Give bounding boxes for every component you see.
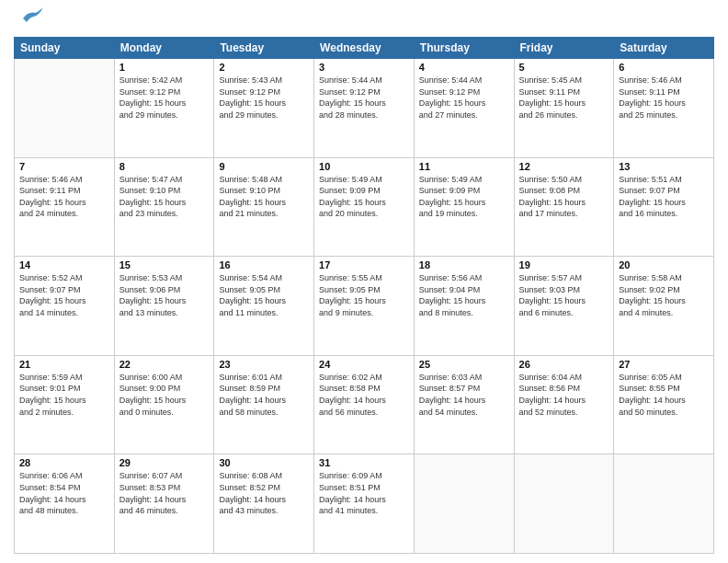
day-number: 17 [319,259,409,270]
header [14,9,714,31]
table-row: 21Sunrise: 5:59 AM Sunset: 9:01 PM Dayli… [15,355,115,454]
day-number: 16 [219,259,309,270]
day-info: Sunrise: 5:42 AM Sunset: 9:12 PM Dayligh… [119,75,210,121]
day-number: 12 [519,161,609,172]
day-number: 5 [519,62,609,73]
day-info: Sunrise: 5:44 AM Sunset: 9:12 PM Dayligh… [319,75,409,121]
day-info: Sunrise: 6:04 AM Sunset: 8:56 PM Dayligh… [519,372,609,418]
col-tuesday: Tuesday [214,38,314,59]
day-number: 23 [219,359,309,370]
day-number: 30 [219,457,309,468]
day-info: Sunrise: 5:45 AM Sunset: 9:11 PM Dayligh… [519,75,609,121]
day-info: Sunrise: 5:49 AM Sunset: 9:09 PM Dayligh… [419,174,509,220]
table-row: 10Sunrise: 5:49 AM Sunset: 9:09 PM Dayli… [314,157,415,257]
day-info: Sunrise: 5:56 AM Sunset: 9:04 PM Dayligh… [419,272,509,318]
table-row: 4Sunrise: 5:44 AM Sunset: 9:12 PM Daylig… [414,59,514,158]
table-row: 14Sunrise: 5:52 AM Sunset: 9:07 PM Dayli… [15,257,115,356]
day-number: 2 [219,62,309,73]
table-row: 3Sunrise: 5:44 AM Sunset: 9:12 PM Daylig… [314,59,415,158]
table-row: 17Sunrise: 5:55 AM Sunset: 9:05 PM Dayli… [314,257,415,356]
day-number: 24 [319,359,409,370]
table-row: 24Sunrise: 6:02 AM Sunset: 8:58 PM Dayli… [314,355,415,454]
day-info: Sunrise: 6:09 AM Sunset: 8:51 PM Dayligh… [319,470,409,516]
table-row: 29Sunrise: 6:07 AM Sunset: 8:53 PM Dayli… [114,454,214,554]
calendar-week-row: 14Sunrise: 5:52 AM Sunset: 9:07 PM Dayli… [15,257,714,356]
table-row: 25Sunrise: 6:03 AM Sunset: 8:57 PM Dayli… [414,355,514,454]
table-row [514,454,614,554]
day-info: Sunrise: 6:03 AM Sunset: 8:57 PM Dayligh… [419,372,509,418]
day-info: Sunrise: 6:08 AM Sunset: 8:52 PM Dayligh… [219,470,309,516]
day-info: Sunrise: 5:54 AM Sunset: 9:05 PM Dayligh… [219,272,309,318]
day-info: Sunrise: 6:07 AM Sunset: 8:53 PM Dayligh… [119,470,210,516]
table-row [414,454,514,554]
day-info: Sunrise: 5:48 AM Sunset: 9:10 PM Dayligh… [219,174,309,220]
col-monday: Monday [114,38,214,59]
table-row: 19Sunrise: 5:57 AM Sunset: 9:03 PM Dayli… [514,257,614,356]
table-row [15,59,115,158]
calendar-week-row: 1Sunrise: 5:42 AM Sunset: 9:12 PM Daylig… [15,59,714,158]
day-number: 15 [119,259,210,270]
table-row: 1Sunrise: 5:42 AM Sunset: 9:12 PM Daylig… [114,59,214,158]
day-info: Sunrise: 5:47 AM Sunset: 9:10 PM Dayligh… [119,174,210,220]
day-info: Sunrise: 6:01 AM Sunset: 8:59 PM Dayligh… [219,372,309,418]
logo [14,13,45,31]
day-info: Sunrise: 5:53 AM Sunset: 9:06 PM Dayligh… [119,272,210,318]
calendar-week-row: 21Sunrise: 5:59 AM Sunset: 9:01 PM Dayli… [15,355,714,454]
day-number: 19 [519,259,609,270]
day-number: 13 [619,161,709,172]
table-row: 31Sunrise: 6:09 AM Sunset: 8:51 PM Dayli… [314,454,415,554]
col-sunday: Sunday [15,38,115,59]
day-info: Sunrise: 5:52 AM Sunset: 9:07 PM Dayligh… [19,272,109,318]
day-info: Sunrise: 5:46 AM Sunset: 9:11 PM Dayligh… [619,75,709,121]
day-info: Sunrise: 6:00 AM Sunset: 9:00 PM Dayligh… [119,372,210,418]
day-info: Sunrise: 5:50 AM Sunset: 9:08 PM Dayligh… [519,174,609,220]
page: Sunday Monday Tuesday Wednesday Thursday… [0,0,728,563]
day-number: 21 [19,359,109,370]
table-row: 8Sunrise: 5:47 AM Sunset: 9:10 PM Daylig… [114,157,214,257]
table-row: 12Sunrise: 5:50 AM Sunset: 9:08 PM Dayli… [514,157,614,257]
table-row: 9Sunrise: 5:48 AM Sunset: 9:10 PM Daylig… [214,157,314,257]
table-row [614,454,714,554]
table-row: 30Sunrise: 6:08 AM Sunset: 8:52 PM Dayli… [214,454,314,554]
day-info: Sunrise: 5:44 AM Sunset: 9:12 PM Dayligh… [419,75,509,121]
col-thursday: Thursday [414,38,514,59]
day-number: 28 [19,457,109,468]
day-info: Sunrise: 5:46 AM Sunset: 9:11 PM Dayligh… [19,174,109,220]
col-saturday: Saturday [614,38,714,59]
day-number: 1 [119,62,210,73]
calendar-week-row: 7Sunrise: 5:46 AM Sunset: 9:11 PM Daylig… [15,157,714,257]
table-row: 13Sunrise: 5:51 AM Sunset: 9:07 PM Dayli… [614,157,714,257]
table-row: 11Sunrise: 5:49 AM Sunset: 9:09 PM Dayli… [414,157,514,257]
day-info: Sunrise: 6:02 AM Sunset: 8:58 PM Dayligh… [319,372,409,418]
day-info: Sunrise: 5:59 AM Sunset: 9:01 PM Dayligh… [19,372,109,418]
day-number: 18 [419,259,509,270]
day-info: Sunrise: 5:55 AM Sunset: 9:05 PM Dayligh… [319,272,409,318]
day-number: 3 [319,62,409,73]
day-number: 27 [619,359,709,370]
calendar-table: Sunday Monday Tuesday Wednesday Thursday… [14,37,714,554]
logo-bird-icon [16,6,45,31]
day-number: 8 [119,161,210,172]
day-info: Sunrise: 6:06 AM Sunset: 8:54 PM Dayligh… [19,470,109,516]
table-row: 22Sunrise: 6:00 AM Sunset: 9:00 PM Dayli… [114,355,214,454]
day-number: 22 [119,359,210,370]
day-info: Sunrise: 5:58 AM Sunset: 9:02 PM Dayligh… [619,272,709,318]
table-row: 2Sunrise: 5:43 AM Sunset: 9:12 PM Daylig… [214,59,314,158]
calendar-week-row: 28Sunrise: 6:06 AM Sunset: 8:54 PM Dayli… [15,454,714,554]
day-number: 6 [619,62,709,73]
day-number: 10 [319,161,409,172]
day-number: 25 [419,359,509,370]
day-number: 20 [619,259,709,270]
day-number: 26 [519,359,609,370]
day-info: Sunrise: 5:57 AM Sunset: 9:03 PM Dayligh… [519,272,609,318]
day-info: Sunrise: 5:51 AM Sunset: 9:07 PM Dayligh… [619,174,709,220]
day-info: Sunrise: 6:05 AM Sunset: 8:55 PM Dayligh… [619,372,709,418]
day-number: 9 [219,161,309,172]
day-info: Sunrise: 5:49 AM Sunset: 9:09 PM Dayligh… [319,174,409,220]
day-number: 14 [19,259,109,270]
day-number: 11 [419,161,509,172]
table-row: 27Sunrise: 6:05 AM Sunset: 8:55 PM Dayli… [614,355,714,454]
table-row: 6Sunrise: 5:46 AM Sunset: 9:11 PM Daylig… [614,59,714,158]
table-row: 18Sunrise: 5:56 AM Sunset: 9:04 PM Dayli… [414,257,514,356]
table-row: 16Sunrise: 5:54 AM Sunset: 9:05 PM Dayli… [214,257,314,356]
